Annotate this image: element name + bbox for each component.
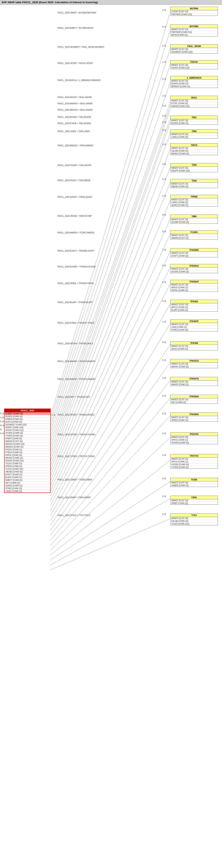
table-title-tfk047s: TFK047S [170,377,218,380]
connection-label-t001-pybuk: FKKCL_2620-PYBUK = T001-BUKRS [57,122,91,125]
table-t059q: T059Q MANDT [CLNT (3)] LAND1 [CHAR (3)] … [170,195,218,207]
central-row-persl: PERSL [CHAR (4)] [5,454,50,457]
table-row-tfk001p-applk: APPLK [CHAR (1)] [170,286,218,289]
cardinality-t036: 0..N [162,178,166,180]
svg-line-6 [51,106,170,446]
table-title-but000: BUT000 [170,7,218,10]
svg-line-13 [51,182,170,481]
table-tspa: TSPA MANDT [CLNT (3)] SPART [CHAR (2)] [170,496,218,505]
table-title-tfktvo: TFKTVO [170,454,218,458]
central-row-kontt: KONTT [CHAR (2)] [5,473,50,476]
table-tfk003: TFK003 MANDT [CLNT (3)] APPLK [CHAR (1)]… [170,300,218,312]
table-row-tfk008-mandt: MANDT [CLNT (3)] [170,345,218,348]
table-title-tcurc: TCURC [170,230,218,234]
page-title: SAP ABAP table FKKCL_2620 {Event 2620: C… [0,0,222,5]
connection-label-tfk007f: FKKCL_2620-STRKZ = TFK007F-STRKZ [57,322,94,324]
table-row-tfk047s-mandt: MANDT [CLNT (3)] [170,380,218,383]
table-row-fagl-segment: SEGMENT [CHAR (10)] [170,51,218,53]
central-row-mahnv: MAHNV [CHAR (2)] [5,457,50,459]
central-row-spzah: SPZAH [CHAR (1)] [5,448,50,451]
table-row-tfktvo-applk: APPLK [CHAR (1)] [170,460,218,463]
cardinality-tfk003: 0..N [162,300,166,302]
card-left-3: 0..N [0,421,4,423]
table-row-tfk056s-sperz: SPERZ [CHAR (1)] [170,419,218,422]
connection-label-j1b: FKKCL_2620-BUPLA = J_1BBRANCH-BRANCH [57,79,101,81]
table-row-j1b-branch: BRANCH [CHAR (4)] [170,85,218,88]
table-title-tfk007f: TFK007F [170,320,218,323]
table-title-tfk001a: TFK001A [170,264,218,268]
svg-line-21 [51,323,170,520]
cardinality-but0bk: 0..N [162,26,166,28]
connection-label-tfk008: FKKCL_2620-SPZAH = TFK008-ZAHLS [57,342,93,345]
svg-line-3 [51,64,170,431]
table-row-t001-mandt: MANDT [CLNT (3)] [170,119,218,122]
central-row-ikey: IKEY [CHAR (2)] [5,482,50,485]
connection-label-tfk056a: FKKCL_2620-IKEY = TFK056A-IKEY [57,396,90,398]
central-row-fdgrp: FDGRP [CHAR (10)] [5,459,50,462]
cardinality-tfk008: 0..N [162,341,166,343]
svg-line-10 [51,133,170,466]
cardinality-tfk001a: 0..N [162,265,166,267]
central-row-blart: BLART [CHAR (2)] [5,476,50,479]
table-row-tspa-mandt: MANDT [CLNT (3)] [170,499,218,502]
table-row-tfk001a-mandt: MANDT [CLNT (3)] [170,268,218,270]
table-row-tfk056s-mandt: MANDT [CLNT (3)] [170,416,218,419]
table-row-tfk001p-persl: PERSL [CHAR (4)] [170,289,218,291]
table-row-tfk007f-mandt: MANDT [CLNT (3)] [170,323,218,326]
table-row-tfk056a-ikey: IKEY [CHAR (2)] [170,401,218,404]
cardinality-ska1-2: 0..N [162,105,166,107]
table-title-fagl-segm: FAGL_SEGM [170,44,218,48]
central-row-qsskz: QSSKZ [CHAR (2)] [5,485,50,487]
table-tfk007f: TFK007F MANDT [CLNT (3)] LAND [CHAR (3)]… [170,319,218,331]
connection-label-ska1-hkont: FKKCL_2620-HKONT = SKA1-SAKNR [57,96,92,98]
svg-line-1 [51,30,170,422]
cardinality-ska1-1: 0..N [162,95,166,97]
svg-line-4 [51,82,170,436]
connection-label-t036: FKKCL_2620-FDLEV = T036-EBENE [57,179,91,182]
cardinality-ttxj: 0..N [162,513,166,515]
table-t001: T001 MANDT [CLNT (3)] BUKRS [CHAR (4)] [170,116,218,125]
connection-label-ttxj: FKKCL_2620-TXJCD = TTXJ-TXJCD [57,514,90,517]
table-row-tfkhvo-hvorg: HVORG [CHAR (4)] [170,441,218,444]
table-row-tfk047a-mahnv: MAHNV [CHAR (2)] [170,365,218,368]
table-title-ttxj: TTXJ [170,514,218,517]
table-row-t035-mandt: MANDT [CLNT (3)] [170,167,218,169]
table-title-t880: T880 [170,215,218,218]
table-tgsb: TGSB MANDT [CLNT (3)] GSBER [CHAR (4)] [170,478,218,487]
table-row-tgsb-gsber: GSBER [CHAR (4)] [170,484,218,487]
table-row-t007a-kalsm: KALSM [CHAR (6)] [170,150,218,152]
central-table-title: FKKCL_2620 [5,409,50,412]
table-tfk001a: TFK001A MANDT [CLNT (3)] AUGRD [CHAR (3)… [170,264,218,273]
table-row-tfk007f-strkz: STRKZ [CHAR (2)] [170,329,218,331]
table-row-tfk008-zahls: ZAHLS [CHAR (1)] [170,348,218,350]
cardinality-tfk001p: 0..N [162,281,166,283]
cardinality-tfkhvo: 0..N [162,432,166,434]
cardinality-tspa: 0..N [162,495,166,497]
table-row-tfk003-applk: APPLK [CHAR (1)] [170,306,218,309]
connection-label-tgsb: FKKCL_2620-GSBER = TGSB-GSBER [57,478,92,481]
card-left-2: 1..N [0,416,4,418]
table-title-tfk008: TFK008 [170,341,218,345]
table-row-t059q-land1: LAND1 [CHAR (3)] [170,201,218,204]
svg-line-29 [51,482,170,560]
connection-label-ska1-mwvko: FKKCL_2620-MWVKO = SKA1-SAKNR [57,109,93,111]
table-row-but0bk-mandt: MANDT [CLNT (3)] [170,28,218,31]
svg-line-25 [51,398,170,540]
connection-label-tfk047s: FKKCL_2620-MANSP = TFK047S-MANSP [57,378,95,380]
cardinality-tcurc: 0..N [162,230,166,232]
central-row-strkz: STRKZ [CHAR (2)] [5,487,50,490]
table-row-tfkhvo-applk: APPLK [CHAR (1)] [170,439,218,441]
table-title-tspa: TSPA [170,496,218,499]
table-fagl-segm: FAGL_SEGM MANDT [CLNT (3)] SEGMENT [CHAR… [170,44,218,54]
table-title-t001: T001 [170,116,218,119]
central-row-hvorg: HVORG [CHAR (4)] [5,432,50,434]
table-row-tfk003-blart: BLART [CHAR (2)] [170,309,218,311]
table-row-t035-grupp: GRUPP [CHAR (10)] [170,169,218,172]
connection-label-t005: FKKCL_2620-LANDL = T005-LAND1 [57,130,90,132]
connection-label-fagl: FKKCL_2620-SEGMENT = FAGL_SEGM-SEGMENT [57,46,104,48]
central-row-vbund: VBUND [CHAR (6)] [5,470,50,473]
table-row-tfkhvo-mandt: MANDT [CLNT (3)] [170,436,218,439]
table-row-t880-mandt: MANDT [CLNT (3)] [170,218,218,221]
cardinality-tfk047s: 0..N [162,377,166,379]
table-row-but000-client: CLIENT [CLNT (3)] [170,10,218,13]
